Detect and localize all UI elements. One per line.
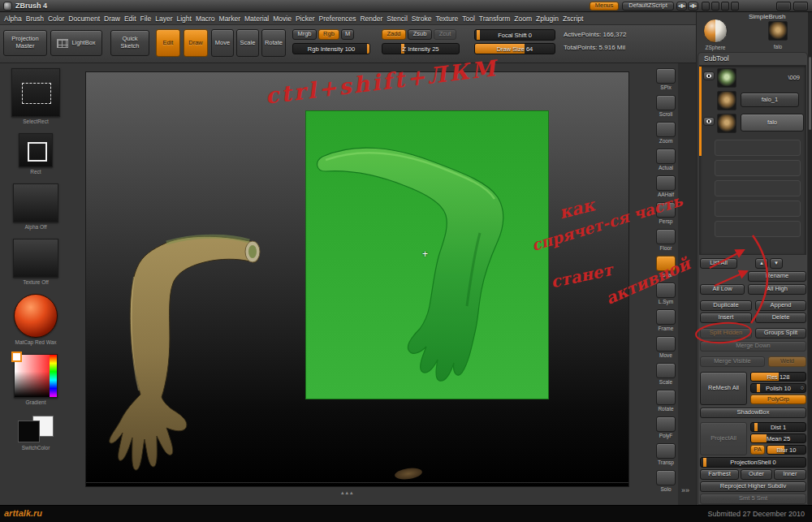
shelf-button[interactable]: Frame [654,309,677,331]
menu-item[interactable]: Material [244,15,269,23]
menu-item[interactable]: Render [360,15,382,23]
titlebar-mini-icon[interactable] [731,2,739,11]
move-subtool-up-button[interactable]: ▲ [755,258,768,269]
menu-item[interactable]: Transform [479,15,510,23]
focal-shift-slider[interactable]: Focal Shift 0 [474,29,555,41]
menu-item[interactable]: Zplugin [536,15,559,23]
menu-item[interactable]: Picker [296,15,315,23]
dist-slider[interactable]: Dist 1 [750,422,806,432]
list-all-button[interactable]: List All [700,258,737,269]
lightbox-button[interactable]: LightBox [50,30,102,56]
menu-item[interactable]: Layer [155,15,172,23]
merge-down-button[interactable]: Merge Down [700,341,806,352]
subtool-header[interactable]: SubTool [704,54,729,63]
shelf-thumbnail[interactable]: Alpha Off [13,183,58,239]
quick-sketch-button[interactable]: Quick Sketch [110,30,149,56]
rgb-button[interactable]: Rgb [318,29,339,40]
shelf-button[interactable]: Actual [654,149,677,170]
titlebar-mini-icon[interactable] [721,2,729,11]
zcut-button[interactable]: Zcut [434,29,456,40]
projection-shell-slider[interactable]: ProjectionShell 0 [700,457,806,468]
zadd-button[interactable]: Zadd [382,29,406,40]
menu-item[interactable]: Alpha [4,15,22,23]
panel-icon[interactable] [776,2,791,11]
shelf-button[interactable]: Transp [654,443,677,465]
shadowbox-button[interactable]: ShadowBox [700,408,806,418]
menu-item[interactable]: Movie [273,15,292,23]
append-button[interactable]: Append [755,300,806,311]
rotate-mode-button[interactable]: Rotate [261,29,286,57]
duplicate-button[interactable]: Duplicate [700,300,752,311]
draw-mode-button[interactable]: Draw [184,29,208,57]
subtool-thumbnail[interactable] [717,114,736,133]
subtool-thumbnail[interactable] [717,68,736,88]
mean-slider[interactable]: Mean 25 [750,434,806,443]
reproject-higher-subdiv-button[interactable]: Reproject Higher Subdiv [700,481,806,492]
all-high-button[interactable]: All High [748,284,806,295]
groups-split-button[interactable]: Groups Split [755,328,806,339]
menu-item[interactable]: Document [68,15,100,23]
shelf-button[interactable]: Scale [654,363,677,385]
scale-mode-button[interactable]: Scale [236,29,259,57]
shelf-button[interactable]: Scroll [654,95,677,117]
menu-item[interactable]: File [140,15,152,23]
titlebar-mini-icon[interactable] [702,2,710,11]
all-low-button[interactable]: All Low [700,284,745,295]
polish-slider[interactable]: Polish 10 ○ [750,383,806,393]
shelf-button[interactable]: PolyF [654,416,677,438]
eye-icon[interactable] [703,117,715,126]
divider-expand-arrows[interactable]: »» [681,486,689,494]
menu-item[interactable]: Color [48,15,64,23]
shelf-thumbnail[interactable]: SelectRect [11,68,60,133]
zsub-button[interactable]: Zsub [408,29,432,40]
menu-item[interactable]: Draw [104,15,120,23]
shelf-thumbnail[interactable]: MatCap Red Wax [14,294,58,354]
menus-button[interactable]: Menus [590,2,619,11]
subtool-name[interactable]: \009 [735,74,800,81]
blur-slider[interactable]: Blur 10 [767,445,806,455]
shelf-button[interactable]: Move [654,336,677,358]
z-intensity-slider[interactable]: Z Intensity 25 [382,43,460,54]
shelf-button[interactable]: Solo [654,470,677,492]
menu-item[interactable]: Brush [26,15,44,23]
shelf-button[interactable]: L.Sym [654,283,677,304]
shelf-button[interactable]: SPix [654,68,677,90]
polish-mode-icon[interactable]: ○ [801,385,804,390]
delete-button[interactable]: Delete [755,313,806,323]
subtool-name-selected[interactable]: falo [741,114,804,132]
panel-icon[interactable] [793,2,808,11]
shelf-button[interactable]: Zoom [654,122,677,144]
shelf-thumbnail[interactable]: SwitchColor [16,414,55,459]
outer-button[interactable]: Outer [741,469,772,480]
zsphere-tool-thumbnail[interactable] [703,19,728,43]
smt-row-button[interactable]: Smt 5 Smt [700,494,806,504]
shelf-thumbnail[interactable]: Gradient [14,354,58,414]
menu-item[interactable]: Stencil [387,15,408,23]
polygrp-button[interactable]: PolyGrp [750,395,806,404]
m-button[interactable]: M [341,29,354,40]
menu-item[interactable]: Stroke [412,15,432,23]
subtool-thumbnail[interactable] [717,91,736,110]
weld-button[interactable]: Weld [768,356,806,367]
default-zscript-button[interactable]: DefaultZScript [622,2,674,11]
menu-item[interactable]: Preferences [319,15,356,23]
menu-item[interactable]: Zscript [563,15,584,23]
eye-icon[interactable] [703,71,715,80]
project-all-button[interactable]: ProjectAll [700,422,747,455]
shelf-button[interactable]: Local [654,256,677,278]
rename-button[interactable]: Rename [748,271,806,282]
titlebar-mini-icon[interactable] [711,2,719,11]
shelf-button[interactable]: Rotate [654,390,677,412]
subtool-scrollbar[interactable] [699,67,702,156]
merge-visible-button[interactable]: Merge Visible [700,356,765,367]
tray-scrollbar-thumb[interactable] [809,57,811,130]
menu-item[interactable]: Tool [462,15,475,23]
projection-master-button[interactable]: Projection Master [3,30,47,56]
menu-item[interactable]: Marker [219,15,240,23]
brush-thumbnail[interactable] [768,21,788,41]
menu-item[interactable]: Edit [124,15,136,23]
subtool-name[interactable]: falo_1 [741,93,799,107]
rgb-intensity-slider[interactable]: Rgb Intensity 100 [292,43,370,54]
shelf-button[interactable]: Persp [654,202,677,224]
scrub-right-icon[interactable]: ◂▮▸ [688,2,698,11]
